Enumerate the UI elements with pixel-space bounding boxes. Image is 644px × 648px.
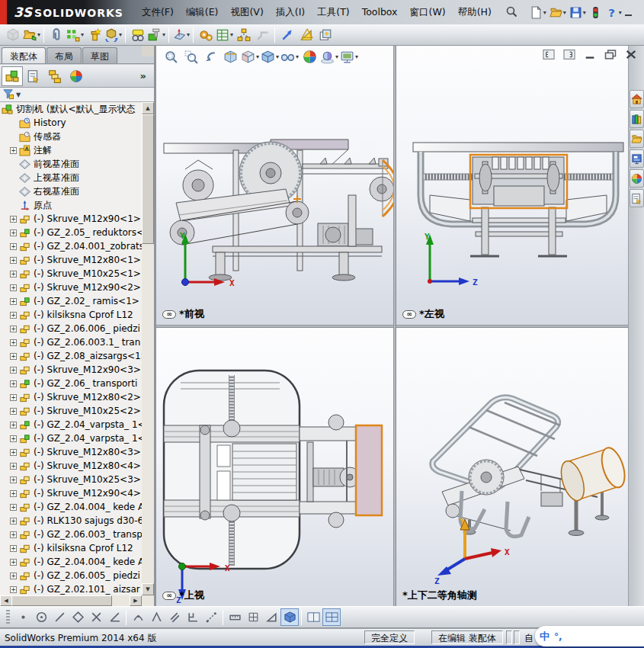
traffic-icon[interactable] [589,6,602,19]
viewport-left[interactable]: Y Z ∞ *左视 [396,46,644,325]
snap-perpendicular-icon[interactable] [184,608,202,626]
expand-icon[interactable]: + [10,380,17,387]
expand-icon[interactable]: + [10,394,17,401]
featuremanager-tab[interactable] [2,66,23,86]
panel-tab-sketch[interactable]: 草图 [82,47,117,63]
interference-detection-icon[interactable] [277,25,296,44]
tree-item[interactable]: +(-) GZ_2.06.005_ piedzi [0,569,154,582]
expand-icon[interactable]: + [10,243,17,250]
expand-icon[interactable]: + [10,463,17,470]
expand-icon[interactable]: + [10,216,17,223]
previous-view-icon[interactable] [200,47,220,66]
expand-icon[interactable]: + [10,284,17,291]
expand-icon[interactable]: + [10,449,17,456]
expand-icon[interactable]: + [10,531,17,538]
snap-angle-grid-icon[interactable] [262,608,280,626]
configurationmanager-tab[interactable] [44,66,66,86]
section-view-icon[interactable] [220,47,240,66]
tree-item[interactable]: 前视基准面 [0,157,154,171]
viewport-splitter-horizontal[interactable] [156,325,644,328]
zoom-area-icon[interactable] [181,47,200,66]
tree-item[interactable]: +(-) Skruve_M12x80<3> (默 [0,445,154,459]
snap-grid-icon[interactable] [244,608,262,626]
tree-item[interactable]: +(-) Skruve_M10x25<2> (默 [0,404,154,418]
display-style-icon[interactable]: ▾ [260,47,280,66]
expand-icon[interactable]: + [10,257,17,264]
viewport-splitter-vertical[interactable] [393,46,396,606]
tree-item[interactable]: 上视基准面 [0,171,154,184]
expand-icon[interactable]: + [10,147,17,154]
assembly-features-icon[interactable]: ▾ [147,25,166,44]
tree-item[interactable]: +(-) GZ_2.06_ transporti [0,377,154,390]
close-button[interactable] [623,49,638,60]
expand-icon[interactable]: + [10,422,17,428]
insert-component-folder-icon[interactable]: ▾ [22,25,41,44]
tree-item[interactable]: +(-) GZ_2.04.004_ kede A [0,555,154,569]
tree-item[interactable]: +(-) Skruve_M12x90<3> (默 [0,363,154,377]
snap-intersection-icon[interactable] [87,608,105,626]
viewport-two-icon[interactable] [304,608,322,626]
tree-item[interactable]: History [0,116,154,130]
tree-item[interactable]: +(-) Skruve_M12x80<2> (默 [0,390,154,404]
insert-components-icon[interactable] [3,25,22,44]
hide-show-items-icon[interactable]: ▾ [280,47,300,66]
viewport-top[interactable]: X Z ∞ *上视 [156,328,393,606]
expand-icon[interactable]: + [10,339,17,346]
exploded-view-icon[interactable] [234,25,253,44]
tree-item[interactable]: +(-) GZ_2.06.003_ transp [0,528,154,541]
tree-item[interactable]: +(-) kilsiksna Cprof L12 [0,541,154,555]
move-component-icon[interactable]: ▾ [104,25,123,44]
tree-item[interactable]: +(-) kilsiksna Cprof L12 [0,308,154,322]
pane-left-button[interactable] [541,49,556,60]
tree-item[interactable]: +(-) GZ_2.06.003.1_ tran [0,335,154,349]
tree-scroll-left-button[interactable]: ◀ [0,595,12,606]
expand-icon[interactable]: + [10,586,17,593]
tree-filter-bar[interactable]: ▼ [0,88,154,102]
toolbar-grip[interactable] [6,610,10,625]
tree-hscroll-thumb[interactable] [11,595,112,606]
restore-button[interactable] [603,49,617,60]
save-icon[interactable]: ▾ [569,6,586,19]
tree-item[interactable]: +(-) Skruve_M12x90<1> (默 [0,212,154,226]
tree-scroll-right-button[interactable]: ▶ [130,595,142,606]
displaymanager-tab[interactable] [66,66,87,86]
help-icon[interactable]: ?▾ [605,6,622,19]
tree-item[interactable]: +(-) GZ_2.04.001_zobrats [0,239,154,253]
panel-tab-layout[interactable]: 布局 [46,47,82,63]
solidworks-resources-button[interactable] [630,90,644,108]
expand-icon[interactable]: + [10,271,17,277]
tree-item[interactable]: +(-) GZ_2.04_varpsta_ 1< [0,418,154,431]
viewport-front[interactable]: Y X ∞ *前视 [156,46,393,325]
snap-length-icon[interactable] [226,608,244,626]
panel-tab-assembly[interactable]: 装配体 [2,47,46,63]
show-hidden-components-icon[interactable] [128,25,147,44]
tree-item[interactable]: +(-) GZ_2.05_ reduktors< [0,226,154,239]
snap-inference-icon[interactable] [202,608,220,626]
expand-icon[interactable]: + [10,573,17,579]
expand-icon[interactable]: + [10,476,17,483]
new-doc-icon[interactable]: ▾ [530,6,546,19]
snap-line-icon[interactable] [50,608,69,626]
expand-icon[interactable]: + [10,298,17,305]
tree-item[interactable]: +(-) RLK130 sajugs d30-6 [0,514,154,528]
custom-properties-button[interactable] [630,189,644,207]
tree-hscrollbar[interactable]: ◀ ▶ [0,595,154,606]
shaded-view-icon[interactable] [280,608,299,626]
tree-item[interactable]: +(-) GZ_2.02_ ramis<1> ( [0,294,154,308]
bill-of-materials-icon[interactable]: ▾ [215,25,234,44]
snap-midpoint-icon[interactable] [147,608,165,626]
filter-dropdown-icon[interactable]: ▼ [16,91,21,98]
expand-icon[interactable]: + [10,490,17,497]
expand-icon[interactable]: + [10,353,17,360]
tree-item[interactable]: +(-) Skruve_M12x80<1> (默 [0,253,154,267]
view-settings-icon[interactable]: ▾ [339,47,359,66]
menu-insert[interactable]: 插入(I) [270,3,311,22]
tree-item[interactable]: 右视基准面 [0,184,154,198]
file-explorer-button[interactable] [630,130,644,148]
edit-appearance-icon[interactable] [300,47,319,66]
instant3d-icon[interactable] [296,25,316,44]
tree-item[interactable]: +A注解 [0,143,154,157]
linear-component-pattern-icon[interactable]: ▾ [66,25,85,44]
expand-icon[interactable]: + [10,367,17,374]
snap-parallel-icon[interactable] [165,608,184,626]
